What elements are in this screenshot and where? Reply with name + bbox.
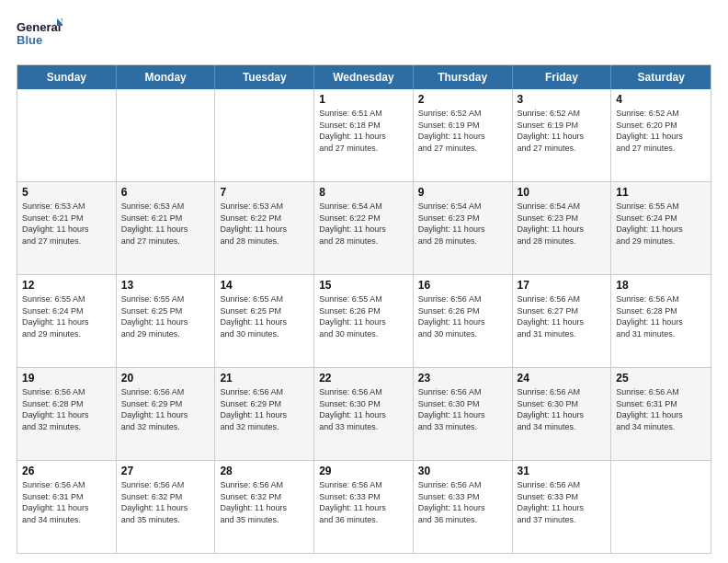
day-info: Sunrise: 6:56 AM Sunset: 6:27 PM Dayligh… (518, 293, 607, 339)
cal-cell: 13Sunrise: 6:55 AM Sunset: 6:25 PM Dayli… (117, 275, 216, 367)
cal-cell: 16Sunrise: 6:56 AM Sunset: 6:26 PM Dayli… (414, 275, 513, 367)
calendar-body: 1Sunrise: 6:51 AM Sunset: 6:18 PM Daylig… (17, 89, 711, 553)
day-number: 29 (319, 465, 408, 477)
day-number: 3 (518, 93, 607, 106)
day-number: 16 (418, 279, 507, 292)
page: General Blue SundayMondayTuesdayWednesda… (0, 0, 728, 563)
day-number: 11 (616, 186, 706, 199)
day-info: Sunrise: 6:53 AM Sunset: 6:21 PM Dayligh… (121, 201, 210, 247)
day-info: Sunrise: 6:55 AM Sunset: 6:26 PM Dayligh… (319, 293, 408, 339)
day-info: Sunrise: 6:55 AM Sunset: 6:24 PM Dayligh… (22, 293, 111, 339)
day-number: 9 (418, 186, 507, 199)
day-info: Sunrise: 6:56 AM Sunset: 6:31 PM Dayligh… (22, 479, 111, 525)
calendar: SundayMondayTuesdayWednesdayThursdayFrid… (17, 64, 711, 554)
logo: General Blue (17, 17, 63, 55)
cal-cell: 29Sunrise: 6:56 AM Sunset: 6:33 PM Dayli… (314, 461, 414, 553)
day-number: 12 (22, 279, 111, 292)
header-day-saturday: Saturday (611, 65, 711, 89)
day-number: 18 (616, 279, 706, 292)
header: General Blue (17, 17, 711, 55)
day-info: Sunrise: 6:55 AM Sunset: 6:24 PM Dayligh… (616, 201, 706, 247)
cal-cell: 27Sunrise: 6:56 AM Sunset: 6:32 PM Dayli… (117, 461, 216, 553)
cal-cell (611, 461, 711, 553)
cal-cell: 11Sunrise: 6:55 AM Sunset: 6:24 PM Dayli… (611, 182, 711, 274)
day-info: Sunrise: 6:56 AM Sunset: 6:33 PM Dayligh… (518, 479, 607, 525)
day-number: 30 (418, 465, 507, 477)
day-info: Sunrise: 6:55 AM Sunset: 6:25 PM Dayligh… (220, 293, 309, 339)
cal-cell: 9Sunrise: 6:54 AM Sunset: 6:23 PM Daylig… (414, 182, 513, 274)
day-number: 1 (319, 93, 408, 106)
cal-cell: 22Sunrise: 6:56 AM Sunset: 6:30 PM Dayli… (314, 368, 414, 460)
cal-cell: 12Sunrise: 6:55 AM Sunset: 6:24 PM Dayli… (17, 275, 117, 367)
day-info: Sunrise: 6:53 AM Sunset: 6:21 PM Dayligh… (22, 201, 111, 247)
day-info: Sunrise: 6:56 AM Sunset: 6:30 PM Dayligh… (319, 386, 408, 432)
day-info: Sunrise: 6:56 AM Sunset: 6:29 PM Dayligh… (220, 386, 309, 432)
cal-cell: 8Sunrise: 6:54 AM Sunset: 6:22 PM Daylig… (314, 182, 414, 274)
day-info: Sunrise: 6:55 AM Sunset: 6:25 PM Dayligh… (121, 293, 210, 339)
day-info: Sunrise: 6:56 AM Sunset: 6:30 PM Dayligh… (418, 386, 507, 432)
day-info: Sunrise: 6:52 AM Sunset: 6:19 PM Dayligh… (518, 108, 607, 154)
cal-cell: 26Sunrise: 6:56 AM Sunset: 6:31 PM Dayli… (17, 461, 117, 553)
day-info: Sunrise: 6:54 AM Sunset: 6:22 PM Dayligh… (319, 201, 408, 247)
day-info: Sunrise: 6:56 AM Sunset: 6:26 PM Dayligh… (418, 293, 507, 339)
day-info: Sunrise: 6:56 AM Sunset: 6:33 PM Dayligh… (418, 479, 507, 525)
day-number: 15 (319, 279, 408, 292)
header-day-wednesday: Wednesday (314, 65, 414, 89)
day-number: 24 (518, 372, 607, 385)
cal-cell: 20Sunrise: 6:56 AM Sunset: 6:29 PM Dayli… (117, 368, 216, 460)
day-number: 21 (220, 372, 309, 385)
svg-text:General: General (17, 20, 61, 34)
day-info: Sunrise: 6:56 AM Sunset: 6:28 PM Dayligh… (616, 293, 706, 339)
header-day-tuesday: Tuesday (215, 65, 314, 89)
cal-cell: 1Sunrise: 6:51 AM Sunset: 6:18 PM Daylig… (314, 89, 414, 181)
cal-cell: 15Sunrise: 6:55 AM Sunset: 6:26 PM Dayli… (314, 275, 414, 367)
cal-cell: 17Sunrise: 6:56 AM Sunset: 6:27 PM Dayli… (513, 275, 612, 367)
day-info: Sunrise: 6:56 AM Sunset: 6:28 PM Dayligh… (22, 386, 111, 432)
day-info: Sunrise: 6:56 AM Sunset: 6:32 PM Dayligh… (121, 479, 210, 525)
svg-text:Blue: Blue (17, 33, 42, 47)
cal-cell: 2Sunrise: 6:52 AM Sunset: 6:19 PM Daylig… (414, 89, 513, 181)
day-number: 8 (319, 186, 408, 199)
cal-cell: 31Sunrise: 6:56 AM Sunset: 6:33 PM Dayli… (513, 461, 612, 553)
day-number: 10 (518, 186, 607, 199)
day-info: Sunrise: 6:56 AM Sunset: 6:33 PM Dayligh… (319, 479, 408, 525)
cal-cell: 30Sunrise: 6:56 AM Sunset: 6:33 PM Dayli… (414, 461, 513, 553)
header-day-monday: Monday (117, 65, 216, 89)
cal-cell (17, 89, 117, 181)
cal-row-1: 5Sunrise: 6:53 AM Sunset: 6:21 PM Daylig… (17, 181, 711, 274)
day-info: Sunrise: 6:51 AM Sunset: 6:18 PM Dayligh… (319, 108, 408, 154)
day-info: Sunrise: 6:56 AM Sunset: 6:31 PM Dayligh… (616, 386, 706, 432)
day-number: 4 (616, 93, 706, 106)
day-number: 19 (22, 372, 111, 385)
header-day-sunday: Sunday (17, 65, 117, 89)
day-number: 14 (220, 279, 309, 292)
day-info: Sunrise: 6:56 AM Sunset: 6:30 PM Dayligh… (518, 386, 607, 432)
cal-cell: 21Sunrise: 6:56 AM Sunset: 6:29 PM Dayli… (215, 368, 314, 460)
cal-cell: 10Sunrise: 6:54 AM Sunset: 6:23 PM Dayli… (513, 182, 612, 274)
day-info: Sunrise: 6:54 AM Sunset: 6:23 PM Dayligh… (518, 201, 607, 247)
day-number: 6 (121, 186, 210, 199)
day-number: 7 (220, 186, 309, 199)
cal-cell: 18Sunrise: 6:56 AM Sunset: 6:28 PM Dayli… (611, 275, 711, 367)
calendar-header: SundayMondayTuesdayWednesdayThursdayFrid… (17, 65, 711, 89)
cal-cell: 24Sunrise: 6:56 AM Sunset: 6:30 PM Dayli… (513, 368, 612, 460)
cal-cell: 19Sunrise: 6:56 AM Sunset: 6:28 PM Dayli… (17, 368, 117, 460)
cal-cell: 14Sunrise: 6:55 AM Sunset: 6:25 PM Dayli… (215, 275, 314, 367)
day-info: Sunrise: 6:54 AM Sunset: 6:23 PM Dayligh… (418, 201, 507, 247)
cal-cell: 25Sunrise: 6:56 AM Sunset: 6:31 PM Dayli… (611, 368, 711, 460)
cal-row-4: 26Sunrise: 6:56 AM Sunset: 6:31 PM Dayli… (17, 460, 711, 553)
day-number: 28 (220, 465, 309, 477)
cal-cell (215, 89, 314, 181)
cal-cell: 28Sunrise: 6:56 AM Sunset: 6:32 PM Dayli… (215, 461, 314, 553)
cal-cell: 5Sunrise: 6:53 AM Sunset: 6:21 PM Daylig… (17, 182, 117, 274)
logo-svg: General Blue (17, 17, 63, 55)
day-number: 25 (616, 372, 706, 385)
day-number: 23 (418, 372, 507, 385)
day-info: Sunrise: 6:53 AM Sunset: 6:22 PM Dayligh… (220, 201, 309, 247)
day-number: 31 (518, 465, 607, 477)
header-day-thursday: Thursday (414, 65, 513, 89)
day-number: 20 (121, 372, 210, 385)
cal-cell (117, 89, 216, 181)
day-info: Sunrise: 6:52 AM Sunset: 6:20 PM Dayligh… (616, 108, 706, 154)
header-day-friday: Friday (513, 65, 612, 89)
